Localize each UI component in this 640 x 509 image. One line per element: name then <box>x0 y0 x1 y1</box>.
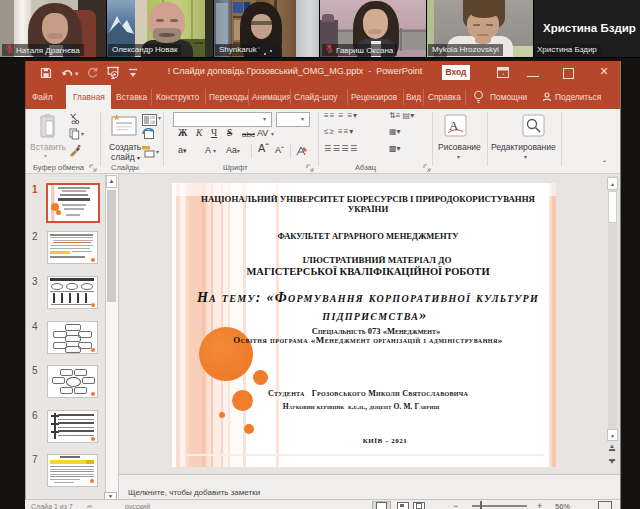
svg-text:А: А <box>449 118 459 133</box>
